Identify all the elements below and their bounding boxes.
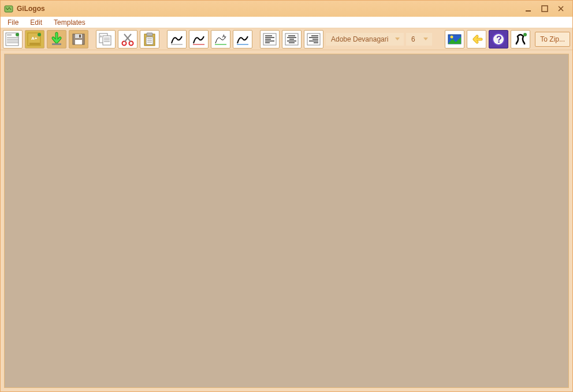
new-document-alt-button[interactable]: A+	[25, 30, 44, 48]
svg-rect-15	[52, 43, 61, 45]
copy-button[interactable]: A	[96, 30, 116, 48]
paste-button[interactable]	[140, 30, 159, 48]
insert-symbol-button[interactable]	[511, 30, 530, 48]
font-family-value: Adobe Devanagari	[331, 35, 388, 43]
svg-rect-4	[7, 34, 12, 36]
svg-rect-2	[542, 6, 548, 12]
text-style-4-button[interactable]	[233, 30, 252, 48]
workspace-canvas[interactable]	[4, 54, 569, 388]
svg-point-61	[451, 35, 453, 38]
chevron-down-icon	[395, 38, 400, 40]
svg-rect-19	[79, 35, 81, 38]
svg-rect-0	[5, 6, 13, 12]
workspace-wrapper	[1, 50, 572, 391]
svg-rect-1	[526, 10, 531, 12]
download-button[interactable]	[47, 30, 66, 48]
text-style-1-button[interactable]	[167, 30, 187, 48]
insert-image-button[interactable]	[445, 30, 464, 48]
to-zip-button[interactable]: To Zip...	[535, 32, 570, 47]
maximize-button[interactable]	[537, 3, 553, 14]
back-button[interactable]	[467, 30, 486, 48]
svg-text:?: ?	[496, 35, 502, 44]
text-style-3-button[interactable]: A	[211, 30, 230, 48]
font-family-dropdown[interactable]: Adobe Devanagari	[326, 33, 404, 46]
font-size-value: 6	[411, 35, 415, 43]
svg-point-11	[38, 33, 41, 36]
cut-button[interactable]	[118, 30, 137, 48]
align-center-button[interactable]	[282, 30, 302, 48]
svg-point-9	[16, 33, 19, 36]
svg-rect-31	[147, 33, 152, 36]
title-bar: GiLogos	[1, 1, 572, 17]
svg-point-26	[122, 41, 126, 45]
font-size-dropdown[interactable]: 6	[406, 33, 432, 46]
svg-point-65	[523, 33, 527, 36]
minimize-button[interactable]	[520, 3, 537, 14]
toolbar-separator	[91, 30, 94, 48]
svg-text:A+: A+	[31, 36, 38, 41]
menu-templates[interactable]: Templates	[48, 17, 91, 28]
close-button[interactable]	[553, 3, 569, 14]
toolbar-separator	[255, 30, 258, 48]
menu-file[interactable]: File	[2, 17, 24, 28]
menu-bar: File Edit Templates	[1, 17, 572, 28]
toolbar-right-group: ? To Zip...	[445, 30, 570, 48]
svg-rect-21	[103, 36, 111, 45]
align-right-button[interactable]	[304, 30, 323, 48]
app-icon	[4, 4, 13, 13]
svg-rect-17	[75, 34, 82, 38]
help-button[interactable]: ?	[489, 30, 508, 48]
text-style-2-button[interactable]	[189, 30, 209, 48]
new-document-button[interactable]	[3, 30, 23, 48]
save-button[interactable]	[69, 30, 88, 48]
svg-text:A: A	[222, 34, 225, 38]
app-window: GiLogos File Edit Templates	[0, 0, 573, 392]
chevron-down-icon	[423, 38, 428, 40]
align-left-button[interactable]	[260, 30, 280, 48]
toolbar: A+	[1, 28, 572, 50]
menu-edit[interactable]: Edit	[24, 17, 48, 28]
svg-point-27	[129, 41, 133, 45]
svg-rect-18	[75, 40, 82, 44]
app-title: GiLogos	[17, 5, 45, 13]
toolbar-separator	[162, 30, 165, 48]
